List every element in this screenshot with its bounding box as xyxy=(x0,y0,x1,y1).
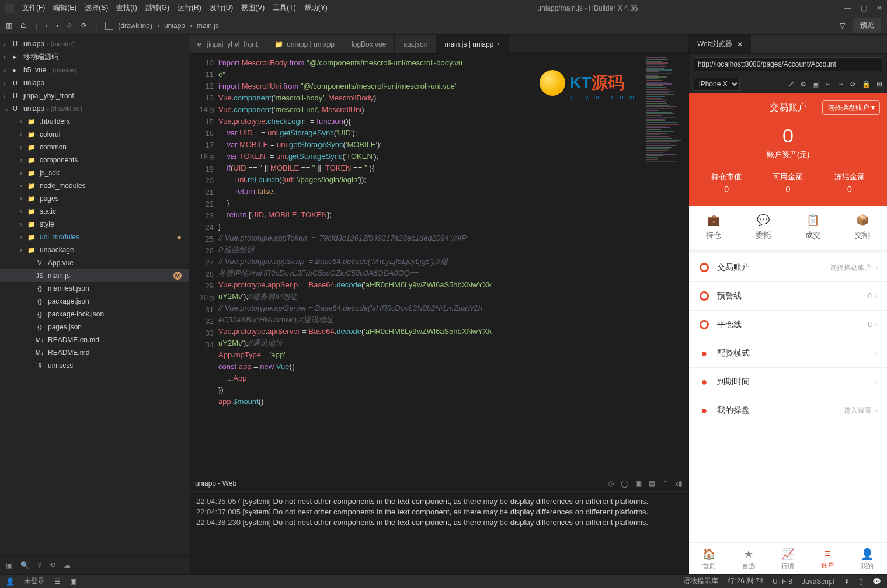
tree-item[interactable]: ›📁style xyxy=(0,218,189,231)
list-icon[interactable]: ☰ xyxy=(54,577,61,586)
syntax-hints[interactable]: 语法提示库 xyxy=(683,576,718,586)
tree-item[interactable]: ›📁unpackage xyxy=(0,243,189,256)
messages-icon[interactable]: 💬 xyxy=(872,577,881,586)
preview-button[interactable]: 预览 xyxy=(853,18,881,33)
editor-tab[interactable]: e | jinpai_yhyl_front xyxy=(189,35,266,53)
menu-item[interactable]: 跳转(G) xyxy=(142,1,173,15)
git-icon[interactable]: ⑂ xyxy=(37,561,41,569)
panel-icon[interactable]: ▣ xyxy=(70,577,76,586)
menu-item[interactable]: 编辑(E) xyxy=(50,1,80,15)
bottom-nav-item[interactable]: ★自选 xyxy=(729,543,768,574)
menu-list-item[interactable]: ●我的操盘进入设置› xyxy=(689,396,887,425)
minimize-button[interactable]: — xyxy=(844,4,851,12)
screenshot-icon[interactable]: ▣ xyxy=(812,80,819,88)
tree-item[interactable]: {}pages.json xyxy=(0,321,189,333)
quick-action[interactable]: 📋成交 xyxy=(788,214,838,241)
filter-icon[interactable]: ▽ xyxy=(840,22,845,30)
notifications-icon[interactable]: ▯ xyxy=(859,577,863,586)
tree-item[interactable]: ›Ujinpai_yhyl_front xyxy=(0,89,189,102)
language-mode[interactable]: JavaScript xyxy=(802,577,834,586)
toggle-sidebar-icon[interactable]: ▥ xyxy=(6,22,12,30)
tree-item[interactable]: ⌄Uuniapp- (drawkline) xyxy=(0,102,189,115)
tree-item[interactable]: ›📁pages xyxy=(0,192,189,205)
bottom-nav-item[interactable]: 👤我的 xyxy=(847,543,887,574)
maximize-button[interactable]: ▢ xyxy=(861,4,867,12)
menu-item[interactable]: 发行(U) xyxy=(206,1,237,15)
terminal-icon[interactable]: ▣ xyxy=(6,561,12,569)
tree-item[interactable]: ›▸移动端源码 xyxy=(0,50,189,64)
tree-item[interactable]: M↓README.md xyxy=(0,346,189,359)
tree-item[interactable]: VApp.vue xyxy=(0,256,189,269)
close-icon[interactable]: • xyxy=(497,40,499,48)
url-input[interactable] xyxy=(694,57,882,71)
forward-icon[interactable]: → xyxy=(837,80,844,88)
menu-item[interactable]: 帮助(Y) xyxy=(301,1,331,15)
editor-tab[interactable]: ata.json xyxy=(395,35,436,53)
tree-item[interactable]: ›📁common xyxy=(0,141,189,154)
console-body[interactable]: 22:04:35.057 [system] Do not nest other … xyxy=(189,492,688,574)
menu-item[interactable]: 查找(I) xyxy=(113,1,140,15)
menu-list-item[interactable]: ●配资模式› xyxy=(689,339,887,368)
reload-icon[interactable]: ⟳ xyxy=(850,80,856,88)
console-export-icon[interactable]: ▤ xyxy=(649,479,655,488)
quick-action[interactable]: 💬委托 xyxy=(739,214,788,241)
tree-item-active[interactable]: JSmain.jsM xyxy=(0,269,189,282)
tree-item[interactable]: §uni.scss xyxy=(0,359,189,372)
nav-back-icon[interactable]: ‹ xyxy=(46,22,48,30)
nav-forward-icon[interactable]: › xyxy=(56,22,58,30)
console-locate-icon[interactable]: ◎ xyxy=(608,479,614,488)
browser-tab[interactable]: Web浏览器 ✕ xyxy=(689,35,751,53)
menu-list-item[interactable]: ●到期时间› xyxy=(689,368,887,396)
device-select[interactable]: iPhone X xyxy=(694,78,740,91)
tree-item[interactable]: {}package-lock.json xyxy=(0,308,189,321)
tree-item[interactable]: {}package.json xyxy=(0,295,189,308)
quick-action[interactable]: 📦交割 xyxy=(837,214,887,241)
crumb-1[interactable]: uniapp xyxy=(164,22,185,30)
close-button[interactable]: ✕ xyxy=(876,4,882,12)
editor-tab[interactable]: 📁uniapp | uniapp xyxy=(266,35,343,53)
crumb-0[interactable]: (drawkline) xyxy=(118,22,152,30)
menu-item[interactable]: 工具(T) xyxy=(269,1,299,15)
menu-item[interactable]: 运行(R) xyxy=(174,1,205,15)
quick-action[interactable]: 💼持仓 xyxy=(689,214,739,241)
menu-item[interactable]: 文件(F) xyxy=(19,1,48,15)
account-selector[interactable]: 选择操盘账户 ▾ xyxy=(822,100,880,115)
menu-list-item[interactable]: 交易账户选择操盘账户› xyxy=(689,253,887,282)
encoding[interactable]: UTF-8 xyxy=(773,577,792,586)
console-clear-icon[interactable]: ▣ xyxy=(635,479,642,488)
login-status[interactable]: 未登录 xyxy=(24,576,45,586)
search-icon[interactable]: 🔍 xyxy=(20,561,29,569)
menu-item[interactable]: 选择(S) xyxy=(81,1,112,15)
tree-item[interactable]: ›Uuniapp xyxy=(0,76,189,89)
tree-item[interactable]: {}manifest.json xyxy=(0,282,189,295)
console-close-icon[interactable]: x▮ xyxy=(675,479,683,488)
explorer-icon[interactable]: 🗀 xyxy=(20,22,27,30)
back-icon[interactable]: ← xyxy=(825,80,832,88)
bottom-nav-item[interactable]: 🏠首页 xyxy=(689,543,729,574)
menu-list-item[interactable]: 预警线0› xyxy=(689,282,887,311)
tree-item[interactable]: ›📁colorui xyxy=(0,128,189,141)
bottom-nav-item[interactable]: ≡账户 xyxy=(808,543,847,574)
console-collapse-icon[interactable]: ⌃ xyxy=(662,479,668,488)
lock-icon[interactable]: 🔒 xyxy=(862,80,871,88)
cursor-position[interactable]: 行:26 列:74 xyxy=(728,576,763,586)
code-content[interactable]: import MescrollBody from "@/components/m… xyxy=(218,54,642,475)
favorite-icon[interactable]: ☆ xyxy=(67,22,73,30)
editor-tab[interactable]: main.js | uniapp• xyxy=(436,35,508,53)
sync-icon[interactable]: ⟲ xyxy=(50,561,55,569)
editor-tab[interactable]: logBox.vue xyxy=(343,35,395,53)
minimap[interactable] xyxy=(642,54,688,475)
tree-item[interactable]: ›▸h5_vue- (master) xyxy=(0,64,189,76)
menu-list-item[interactable]: 平仓线0› xyxy=(689,311,887,339)
tree-item[interactable]: ›📁.hbuilderx xyxy=(0,115,189,128)
tree-item[interactable]: ›Uuniapp- (master) xyxy=(0,37,189,50)
tree-item[interactable]: ›📁static xyxy=(0,205,189,218)
settings-icon[interactable]: ⚙ xyxy=(800,80,806,88)
crumb-2[interactable]: main.js xyxy=(197,22,219,30)
tree-item[interactable]: ›📁js_sdk xyxy=(0,166,189,179)
sync-status-icon[interactable]: ⬇ xyxy=(844,577,850,586)
tree-item[interactable]: M↓README.en.md xyxy=(0,333,189,346)
close-icon[interactable]: ✕ xyxy=(737,40,743,48)
bottom-nav-item[interactable]: 📈行情 xyxy=(768,543,808,574)
tree-item[interactable]: ›📁uni_modules● xyxy=(0,231,189,243)
